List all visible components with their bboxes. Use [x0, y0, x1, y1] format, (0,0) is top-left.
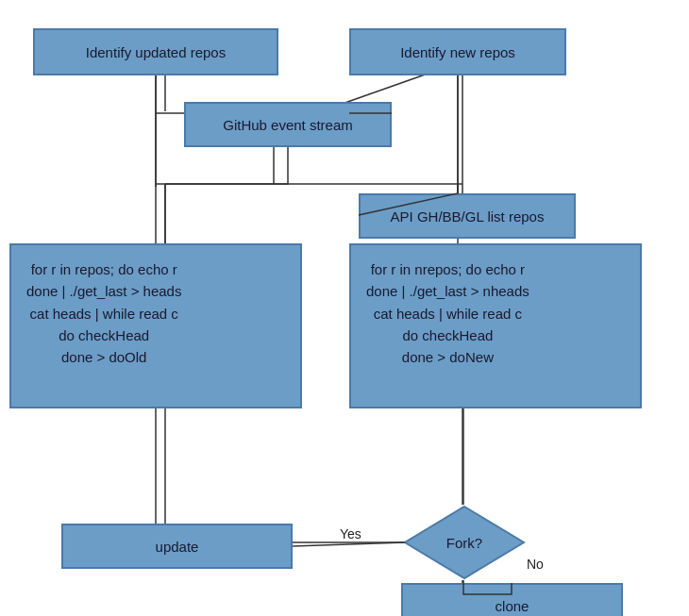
identify-updated-repos-node: Identify updated repos: [33, 28, 278, 75]
flowchart-diagram: Identify updated repos Identify new repo…: [0, 0, 689, 616]
api-list-repos-node: API GH/BB/GL list repos: [359, 193, 576, 239]
github-event-stream-node: GitHub event stream: [184, 102, 392, 147]
fork-label: Fork?: [403, 505, 526, 580]
no-label: No: [527, 557, 544, 572]
fork-diamond-node: Fork?: [403, 505, 526, 580]
process-old-node: for r in repos; do echo r done | ./get_l…: [9, 243, 302, 408]
process-new-node: for r in nrepos; do echo r done | ./get_…: [349, 243, 642, 408]
clone-node: clone: [401, 583, 623, 616]
yes-label: Yes: [340, 526, 361, 541]
update-node: update: [61, 524, 293, 569]
identify-new-repos-node: Identify new repos: [349, 28, 566, 75]
